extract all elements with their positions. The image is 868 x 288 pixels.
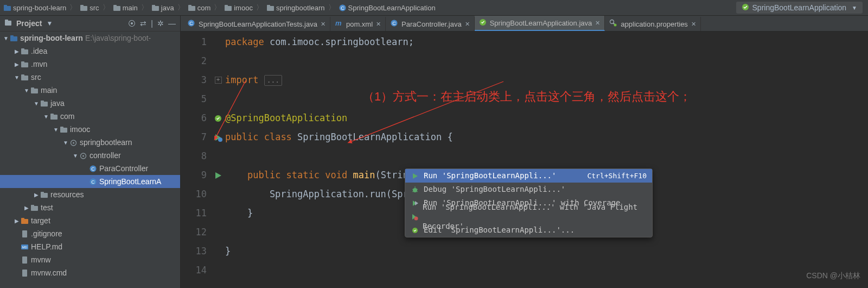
tree-node[interactable]: mvnw (0, 253, 180, 266)
shortcut: Ctrl+Shift+F10 (587, 166, 647, 185)
breadcrumb[interactable]: spring-boot-learn〉src〉main〉java〉com〉imoo… (0, 3, 436, 12)
run-config-label: SpringBootLearnApplication (752, 3, 847, 12)
svg-point-36 (73, 142, 74, 143)
gutter-mark (211, 204, 225, 223)
editor-tab[interactable]: application.properties✕ (605, 17, 701, 31)
tab-icon: m (335, 19, 343, 29)
close-icon[interactable]: ✕ (465, 21, 470, 28)
svg-point-62 (614, 24, 617, 27)
svg-rect-46 (31, 205, 34, 207)
breadcrumb-item[interactable]: CSpringBootLearnApplication (339, 4, 436, 12)
project-sidebar: Project ▼ ⦿ ⇄ | ✲ — ▼spring-boot-learn E… (0, 16, 181, 288)
gutter-mark (211, 52, 225, 71)
tab-label: ParaController.java (401, 20, 462, 28)
chevron-down-icon[interactable]: ▼ (46, 20, 53, 27)
project-tree[interactable]: ▼spring-boot-learn E:\java\spring-boot-▶… (0, 32, 180, 288)
editor-tab[interactable]: mpom.xml✕ (330, 17, 386, 31)
gutter-mark (211, 261, 225, 280)
tree-node[interactable]: mvnw.cmd (0, 266, 180, 279)
tree-node[interactable]: ▶test (0, 201, 180, 214)
bug-icon (411, 186, 419, 193)
context-menu: Run 'SpringBootLearnAppli...'Ctrl+Shift+… (405, 168, 653, 237)
svg-rect-30 (41, 101, 44, 103)
svg-rect-20 (10, 35, 14, 37)
breadcrumb-item[interactable]: com (188, 4, 211, 12)
tree-node[interactable]: .gitignore (0, 227, 180, 240)
tab-label: application.properties (621, 20, 688, 28)
tree-node[interactable]: ▶.idea (0, 45, 180, 58)
tree-node[interactable]: ▼controller (0, 149, 180, 162)
tree-node[interactable]: ▼src (0, 71, 180, 84)
tree-node[interactable]: ▼springbootlearn (0, 136, 180, 149)
tree-node[interactable]: ▼imooc (0, 123, 180, 136)
svg-text:C: C (91, 166, 95, 172)
breadcrumb-item[interactable]: src (80, 4, 99, 12)
svg-rect-53 (22, 270, 27, 277)
tree-node[interactable]: ▼com (0, 110, 180, 123)
svg-rect-44 (41, 192, 44, 194)
tree-node[interactable]: ▶.mvn (0, 58, 180, 71)
svg-rect-24 (21, 61, 24, 64)
annotation-overlay: （1）方式一：在主启动类上，点击这个三角，然后点击这个； (362, 87, 691, 106)
gutter-mark[interactable]: + (211, 71, 225, 90)
svg-rect-3 (80, 5, 84, 7)
gear-icon[interactable]: ✲ (157, 19, 164, 28)
editor-tab[interactable]: SpringBootLearnApplication.java✕ (475, 16, 605, 31)
close-icon[interactable]: ✕ (691, 21, 696, 28)
svg-rect-18 (5, 20, 8, 21)
breadcrumb-item[interactable]: java (151, 4, 174, 12)
svg-text:MD: MD (22, 246, 28, 249)
gutter-marks[interactable]: + (211, 32, 225, 288)
run-config-selector[interactable]: SpringBootLearnApplication ▼ (736, 2, 863, 14)
code-lines[interactable]: package com.imooc.springbootlearn; impor… (225, 32, 868, 288)
expand-icon[interactable]: ⇄ (140, 19, 146, 28)
gutter-mark[interactable] (211, 128, 225, 147)
svg-rect-9 (188, 5, 192, 7)
svg-point-74 (412, 228, 418, 233)
svg-rect-17 (5, 21, 11, 26)
gutter-mark[interactable] (211, 166, 225, 185)
svg-rect-22 (21, 48, 24, 51)
gutter-mark (211, 185, 225, 204)
svg-rect-49 (22, 230, 27, 237)
breadcrumb-item[interactable]: imooc (224, 4, 253, 12)
close-icon[interactable]: ✕ (595, 20, 600, 27)
jfr-icon (411, 213, 418, 221)
edit-icon (411, 227, 419, 234)
close-icon[interactable]: ✕ (376, 21, 381, 28)
editor-area: CSpringBootLearnApplicationTests.java✕mp… (181, 16, 868, 288)
svg-line-72 (417, 191, 418, 192)
tree-node[interactable]: ▶resources (0, 188, 180, 201)
code-editor[interactable]: 123567891011121314 + package com.imooc.s… (181, 32, 868, 288)
line-gutter: 123567891011121314 (181, 32, 211, 288)
close-icon[interactable]: ✕ (321, 21, 326, 28)
locate-icon[interactable]: ⦿ (128, 19, 136, 28)
breadcrumb-item[interactable]: spring-boot-learn (3, 4, 66, 12)
tree-root[interactable]: ▼spring-boot-learn E:\java\spring-boot- (0, 32, 180, 45)
tree-node[interactable]: ▼main (0, 84, 180, 97)
breadcrumb-item[interactable]: main (113, 4, 138, 12)
tab-label: SpringBootLearnApplicationTests.java (199, 20, 317, 28)
tab-label: SpringBootLearnApplication.java (490, 19, 592, 27)
watermark: CSDN @小桔林 (806, 266, 860, 285)
svg-rect-11 (225, 5, 228, 7)
tree-node[interactable]: CParaController (0, 162, 180, 175)
project-icon (4, 19, 12, 28)
gutter-mark[interactable] (211, 109, 225, 128)
tree-node[interactable]: CSpringBootLearnA (0, 175, 180, 188)
tree-node[interactable]: ▼java (0, 97, 180, 110)
editor-tab[interactable]: CSpringBootLearnApplicationTests.java✕ (183, 17, 330, 31)
tree-node[interactable]: ▶target (0, 214, 180, 227)
hide-icon[interactable]: — (168, 19, 176, 28)
tab-icon: C (187, 19, 195, 29)
svg-rect-26 (21, 74, 24, 77)
project-tool-header: Project ▼ ⦿ ⇄ | ✲ — (0, 16, 180, 32)
svg-point-67 (413, 188, 417, 192)
editor-tab[interactable]: CParaController.java✕ (386, 17, 475, 31)
editor-tabs: CSpringBootLearnApplicationTests.java✕mp… (181, 16, 868, 32)
breadcrumb-item[interactable]: springbootlearn (266, 4, 325, 12)
svg-text:C: C (392, 21, 396, 26)
svg-rect-48 (21, 218, 24, 220)
tree-node[interactable]: MDHELP.md (0, 240, 180, 253)
tab-icon (479, 18, 487, 28)
